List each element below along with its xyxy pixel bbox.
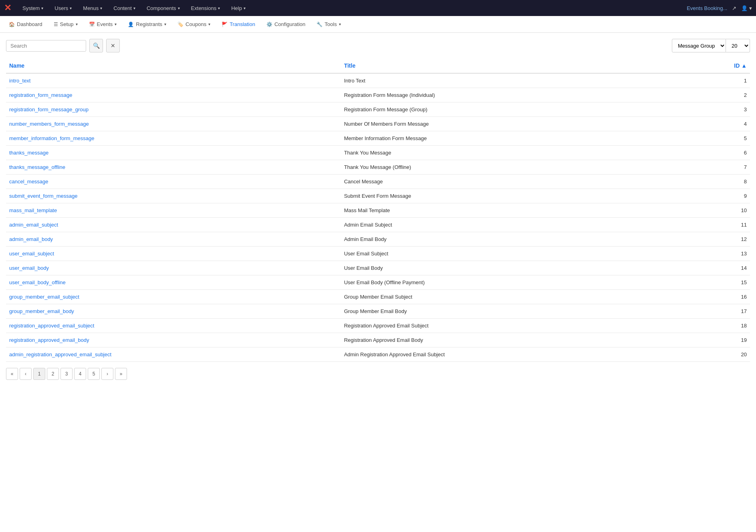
cell-title: Admin Email Subject	[341, 218, 698, 232]
table-row: user_email_body_offlineUser Email Body (…	[6, 275, 750, 290]
pagination-page-3[interactable]: 3	[60, 368, 73, 380]
nav-translation[interactable]: 🚩 Translation	[217, 18, 260, 30]
table-row: group_member_email_bodyGroup Member Emai…	[6, 304, 750, 319]
menu-components[interactable]: Components ▾	[142, 3, 185, 14]
cell-name[interactable]: admin_registration_approved_email_subjec…	[6, 347, 341, 362]
registrants-icon: 👤	[128, 22, 134, 27]
joomla-logo: ✕	[4, 3, 11, 13]
cell-name[interactable]: group_member_email_subject	[6, 290, 341, 304]
main-content: 🔍 ✕ Message Group 20 50 100 Name Title I…	[0, 33, 756, 532]
cell-id: 13	[698, 247, 750, 261]
cell-id: 1	[698, 73, 750, 88]
cell-id: 15	[698, 275, 750, 290]
cell-id: 2	[698, 88, 750, 102]
search-button[interactable]: 🔍	[89, 39, 103, 52]
pagination-prev[interactable]: ‹	[20, 368, 32, 380]
clear-button[interactable]: ✕	[106, 39, 120, 52]
cell-title: Registration Approved Email Subject	[341, 319, 698, 333]
cell-name[interactable]: thanks_message	[6, 146, 341, 160]
cell-name[interactable]: registration_approved_email_subject	[6, 319, 341, 333]
cell-title: Intro Text	[341, 73, 698, 88]
cell-title: Admin Registration Approved Email Subjec…	[341, 347, 698, 362]
cell-name[interactable]: user_email_body_offline	[6, 275, 341, 290]
menu-users[interactable]: Users ▾	[50, 3, 77, 14]
cell-id: 6	[698, 146, 750, 160]
cell-id: 17	[698, 304, 750, 319]
cell-title: Admin Email Body	[341, 232, 698, 247]
table-row: member_information_form_messageMember In…	[6, 131, 750, 146]
cell-id: 18	[698, 319, 750, 333]
sub-navbar: 🏠 Dashboard ☰ Setup ▾ 📅 Events ▾ 👤 Regis…	[0, 16, 756, 33]
menu-help[interactable]: Help ▾	[226, 3, 250, 14]
nav-setup[interactable]: ☰ Setup ▾	[49, 18, 83, 30]
col-id[interactable]: ID ▲	[698, 58, 750, 73]
table-row: mass_mail_templateMass Mail Template10	[6, 203, 750, 218]
nav-registrants[interactable]: 👤 Registrants ▾	[123, 18, 171, 30]
cell-id: 5	[698, 131, 750, 146]
cell-name[interactable]: intro_text	[6, 73, 341, 88]
pagination-page-2[interactable]: 2	[47, 368, 59, 380]
cell-name[interactable]: user_email_subject	[6, 247, 341, 261]
cell-name[interactable]: registration_form_message_group	[6, 102, 341, 117]
cell-name[interactable]: number_members_form_message	[6, 117, 341, 131]
pagination-first[interactable]: «	[6, 368, 18, 380]
setup-chevron: ▾	[76, 22, 78, 26]
table-row: registration_approved_email_bodyRegistra…	[6, 333, 750, 347]
cell-name[interactable]: cancel_message	[6, 175, 341, 189]
cell-title: Registration Approved Email Body	[341, 333, 698, 347]
cell-name[interactable]: registration_form_message	[6, 88, 341, 102]
cell-id: 11	[698, 218, 750, 232]
table-row: registration_form_messageRegistration Fo…	[6, 88, 750, 102]
cell-name[interactable]: admin_email_subject	[6, 218, 341, 232]
toolbar-right: Message Group 20 50 100	[672, 39, 750, 52]
cell-name[interactable]: member_information_form_message	[6, 131, 341, 146]
cell-title: User Email Body	[341, 261, 698, 275]
cell-name[interactable]: registration_approved_email_body	[6, 333, 341, 347]
cell-name[interactable]: thanks_message_offline	[6, 160, 341, 175]
pagination-page-5[interactable]: 5	[88, 368, 100, 380]
per-page-select[interactable]: 20 50 100	[726, 39, 750, 52]
data-table: Name Title ID ▲ intro_textIntro Text1reg…	[6, 58, 750, 362]
pagination-next[interactable]: ›	[101, 368, 113, 380]
table-row: admin_email_subjectAdmin Email Subject11	[6, 218, 750, 232]
cell-name[interactable]: mass_mail_template	[6, 203, 341, 218]
table-row: thanks_messageThank You Message6	[6, 146, 750, 160]
cell-id: 16	[698, 290, 750, 304]
nav-tools[interactable]: 🔧 Tools ▾	[312, 18, 345, 30]
nav-events[interactable]: 📅 Events ▾	[84, 18, 122, 30]
tools-icon: 🔧	[317, 22, 323, 27]
cell-id: 3	[698, 102, 750, 117]
cell-title: Cancel Message	[341, 175, 698, 189]
menu-system[interactable]: System ▾	[18, 3, 48, 14]
cell-title: Registration Form Message (Group)	[341, 102, 698, 117]
group-select[interactable]: Message Group	[672, 39, 726, 52]
pagination-page-1[interactable]: 1	[33, 368, 45, 380]
table-row: group_member_email_subjectGroup Member E…	[6, 290, 750, 304]
cell-name[interactable]: admin_email_body	[6, 232, 341, 247]
cell-name[interactable]: group_member_email_body	[6, 304, 341, 319]
user-icon[interactable]: 👤 ▾	[741, 5, 752, 11]
cell-title: Registration Form Message (Individual)	[341, 88, 698, 102]
menu-menus[interactable]: Menus ▾	[78, 3, 107, 14]
nav-configuration[interactable]: ⚙️ Configuration	[262, 18, 310, 30]
nav-coupons[interactable]: 🏷️ Coupons ▾	[173, 18, 215, 30]
cell-title: Thank You Message (Offline)	[341, 160, 698, 175]
cell-name[interactable]: user_email_body	[6, 261, 341, 275]
menu-content[interactable]: Content ▾	[109, 3, 140, 14]
cell-id: 7	[698, 160, 750, 175]
pagination-page-4[interactable]: 4	[74, 368, 86, 380]
cell-id: 20	[698, 347, 750, 362]
nav-dashboard[interactable]: 🏠 Dashboard	[4, 18, 47, 30]
table-row: admin_registration_approved_email_subjec…	[6, 347, 750, 362]
cell-id: 4	[698, 117, 750, 131]
cell-title: User Email Body (Offline Payment)	[341, 275, 698, 290]
cell-id: 10	[698, 203, 750, 218]
cell-title: Group Member Email Body	[341, 304, 698, 319]
cell-name[interactable]: submit_event_form_message	[6, 189, 341, 203]
menu-extensions[interactable]: Extensions ▾	[186, 3, 225, 14]
coupons-icon: 🏷️	[177, 22, 183, 27]
events-booking-link[interactable]: Events Booking...	[687, 5, 727, 11]
table-row: user_email_subjectUser Email Subject13	[6, 247, 750, 261]
pagination-last[interactable]: »	[115, 368, 127, 380]
search-input[interactable]	[6, 40, 86, 52]
